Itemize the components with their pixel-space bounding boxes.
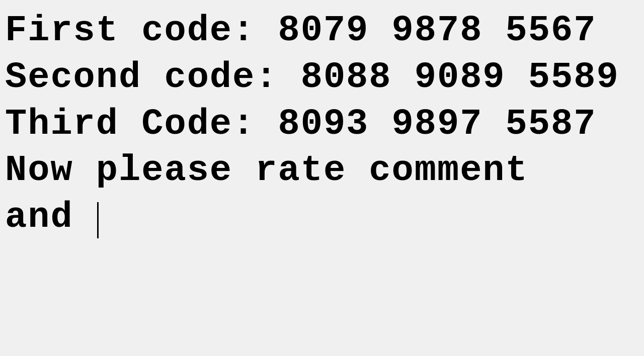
message-line-1: Now please rate comment (5, 150, 639, 192)
second-code-label: Second code: (5, 57, 278, 98)
third-code-label: Third Code: (5, 104, 255, 145)
message-text-1: Now please rate comment (5, 150, 528, 191)
second-code-value: 8088 9089 5589 (301, 57, 619, 98)
second-code-line: Second code: 8088 9089 5589 (5, 57, 639, 99)
third-code-value: 8093 9897 5587 (278, 104, 597, 145)
third-code-line: Third Code: 8093 9897 5587 (5, 104, 639, 145)
first-code-value: 8079 9878 5567 (278, 10, 597, 51)
message-text-2: and (5, 197, 73, 238)
message-line-2: and (5, 197, 639, 238)
main-content: First code: 8079 9878 5567 Second code: … (5, 10, 639, 238)
text-cursor (97, 202, 99, 238)
first-code-line: First code: 8079 9878 5567 (5, 10, 639, 52)
first-code-label: First code: (5, 10, 255, 51)
